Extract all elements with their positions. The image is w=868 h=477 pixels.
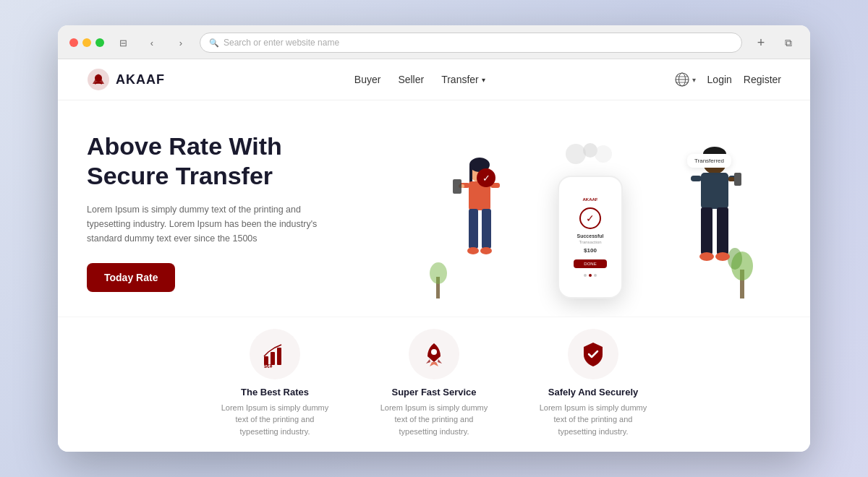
svg-rect-28: [734, 173, 741, 186]
features-section: $€¥ The Best Rates Lorem Ipsum is simply…: [58, 317, 810, 452]
globe-icon: [675, 72, 689, 87]
phone-success-label: Successful: [577, 233, 604, 239]
chevron-down-icon: ▾: [692, 76, 696, 84]
browser-actions: + ⧉: [751, 34, 799, 51]
sidebar-toggle-button[interactable]: ⊟: [113, 34, 133, 51]
close-button[interactable]: [69, 38, 78, 47]
nav-transfer-dropdown[interactable]: Transfer ▾: [441, 74, 485, 85]
login-button[interactable]: Login: [707, 74, 732, 85]
language-selector[interactable]: ▾: [675, 72, 696, 87]
svg-rect-18: [469, 209, 478, 249]
svg-point-7: [566, 144, 586, 164]
register-button[interactable]: Register: [744, 74, 781, 85]
phone-amount-value: $100: [584, 247, 597, 254]
logo-area: AKAAF: [87, 68, 165, 91]
feature-secure: Safely And Securely Lorem Ipsum is simpl…: [535, 329, 651, 438]
svg-rect-40: [277, 348, 281, 365]
hero-description: Lorem Ipsum is simply dummy text of the …: [87, 202, 318, 246]
forward-button[interactable]: ›: [171, 34, 191, 51]
secure-icon-circle: [568, 329, 618, 379]
address-text: Search or enter website name: [224, 38, 339, 48]
svg-rect-17: [453, 179, 461, 194]
nav-links: Buyer Seller Transfer ▾: [354, 73, 485, 86]
phone-dot-1: [584, 274, 587, 277]
svg-point-31: [699, 252, 714, 261]
chart-icon: $€¥: [261, 340, 289, 368]
back-button[interactable]: ‹: [142, 34, 162, 51]
nav-right: ▾ Login Register: [675, 72, 781, 87]
svg-rect-19: [482, 209, 491, 249]
phone-mockup: AKAAF ✓ Successful Transaction $100 DONE: [558, 176, 623, 298]
website-content: AKAAF Buyer Seller Transfer ▾: [58, 59, 810, 452]
new-tab-button[interactable]: +: [751, 34, 771, 51]
phone-nav-dots: [584, 274, 597, 277]
svg-rect-30: [717, 207, 728, 254]
fast-service-title: Super Fast Service: [391, 387, 476, 398]
today-rate-button[interactable]: Today Rate: [87, 263, 175, 292]
svg-point-37: [430, 262, 447, 284]
phone-dot-3: [594, 274, 597, 277]
maximize-button[interactable]: [95, 38, 104, 47]
svg-rect-24: [701, 173, 728, 209]
fast-service-desc: Lorem Ipsum is simply dummy text of the …: [376, 402, 492, 438]
hero-title: Above Rate With Secure Transfer: [87, 132, 399, 191]
hero-illustration: AKAAF ✓ Successful Transaction $100 DONE: [399, 125, 781, 298]
nav-buyer[interactable]: Buyer: [354, 74, 381, 85]
svg-point-20: [467, 247, 479, 254]
phone-brand: AKAAF: [583, 197, 598, 202]
secure-desc: Lorem Ipsum is simply dummy text of the …: [535, 402, 651, 438]
svg-point-21: [480, 247, 492, 254]
svg-rect-29: [701, 207, 712, 254]
traffic-lights: [69, 38, 104, 47]
svg-point-32: [715, 252, 730, 261]
phone-dot-2: [589, 274, 592, 277]
chevron-down-icon: ▾: [482, 76, 485, 84]
svg-rect-25: [691, 176, 702, 181]
transfer-badge: Transferred: [687, 154, 731, 168]
logo-text: AKAAF: [116, 72, 165, 87]
svg-point-9: [595, 145, 612, 163]
minimize-button[interactable]: [82, 38, 91, 47]
fast-service-icon-circle: [409, 329, 459, 379]
address-bar[interactable]: 🔍 Search or enter website name: [200, 33, 742, 53]
phone-check-icon: ✓: [579, 207, 601, 229]
search-icon: 🔍: [209, 38, 219, 48]
svg-point-1: [95, 74, 102, 82]
rocket-icon: [420, 340, 448, 368]
shield-icon: [579, 340, 607, 368]
hero-content: Above Rate With Secure Transfer Lorem Ip…: [87, 132, 399, 292]
browser-chrome: ⊟ ‹ › 🔍 Search or enter website name + ⧉: [58, 25, 810, 59]
secure-title: Safely And Securely: [548, 387, 639, 398]
feature-fast-service: Super Fast Service Lorem Ipsum is simply…: [376, 329, 492, 438]
svg-rect-27: [728, 177, 734, 181]
phone-transaction-label: Transaction: [579, 240, 601, 244]
illustration-container: AKAAF ✓ Successful Transaction $100 DONE: [409, 132, 771, 298]
copy-window-button[interactable]: ⧉: [778, 34, 799, 51]
svg-point-42: [431, 349, 437, 355]
best-rates-desc: Lorem Ipsum is simply dummy text of the …: [217, 402, 333, 438]
best-rates-title: The Best Rates: [241, 387, 309, 398]
phone-done-button[interactable]: DONE: [574, 259, 606, 268]
navbar: AKAAF Buyer Seller Transfer ▾: [58, 59, 810, 100]
browser-window: ⊟ ‹ › 🔍 Search or enter website name + ⧉: [58, 25, 810, 452]
best-rates-icon-circle: $€¥: [250, 329, 300, 379]
hero-section: Above Rate With Secure Transfer Lorem Ip…: [58, 100, 810, 317]
logo-icon: [87, 68, 110, 91]
svg-text:$€¥: $€¥: [264, 364, 273, 368]
feature-best-rates: $€¥ The Best Rates Lorem Ipsum is simply…: [217, 329, 333, 438]
deco-coins: [561, 139, 619, 168]
nav-seller[interactable]: Seller: [398, 74, 424, 85]
